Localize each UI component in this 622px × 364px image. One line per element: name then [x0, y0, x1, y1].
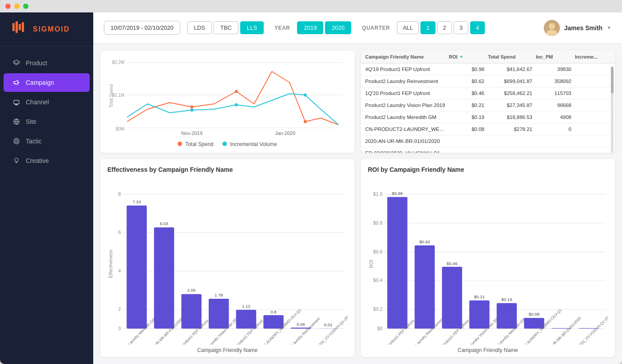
target-icon	[12, 137, 20, 145]
spend-chart-legend: Total Spend Incremental Volume	[107, 138, 348, 147]
svg-text:$0M: $0M	[116, 127, 124, 131]
campaign-table-card: Campaign Friendly Name ROI ▼ Total Spend…	[361, 51, 615, 153]
svg-rect-5	[14, 100, 19, 104]
quarter-all[interactable]: ALL	[397, 21, 419, 34]
td-inc-pm: 4908	[536, 115, 571, 120]
sidebar-item-product[interactable]: Product	[4, 54, 90, 72]
effectiveness-chart-area: 8 6 4 2 0 Effectiveness	[107, 178, 348, 344]
effectiveness-svg: 8 6 4 2 0 Effectiveness	[107, 178, 348, 344]
bar-3	[181, 294, 201, 329]
td-spend: $27,345.87	[488, 103, 532, 108]
svg-text:$0.6: $0.6	[373, 249, 382, 254]
svg-text:0.01: 0.01	[324, 322, 333, 327]
table-row[interactable]: ED-03/020/2020_VV-VGNYH-Q1-2020	[361, 147, 615, 153]
lightbulb-icon	[12, 157, 20, 165]
td-name: Product2 Laundry Reinvestment	[365, 79, 446, 84]
svg-text:6: 6	[118, 229, 121, 235]
svg-text:$0.8: $0.8	[373, 220, 382, 226]
sidebar-logo: SIGMOID	[0, 12, 93, 47]
td-inc-pm: 358092	[536, 79, 571, 84]
sidebar-item-creative[interactable]: Creative	[4, 151, 90, 170]
svg-text:$0.62: $0.62	[419, 239, 430, 244]
roi-chart-title: ROI by Campaign Friendly Name	[368, 166, 608, 173]
roi-bar-2	[414, 245, 434, 329]
quarter-3[interactable]: 3	[454, 21, 468, 34]
table-row[interactable]: 1Q'20 Product1 FEP Upfront $0.46 $258,46…	[361, 87, 615, 99]
spend-chart-card: $0.2M $0.1M $0M Total Spend	[100, 51, 355, 153]
quarter-2[interactable]: 2	[437, 21, 452, 34]
maximize-button[interactable]	[23, 4, 28, 9]
quarter-1[interactable]: 1	[420, 21, 435, 34]
td-spend: $699,041.87	[488, 79, 532, 84]
svg-text:$0.46: $0.46	[447, 261, 457, 266]
sidebar-item-site[interactable]: Site	[4, 112, 90, 131]
filter-lls[interactable]: LLS	[240, 21, 264, 34]
table-row[interactable]: Product2 Laundry Meredith GM $0.19 $18,8…	[361, 111, 615, 123]
sidebar: SIGMOID Product	[0, 12, 93, 364]
legend-total-spend: Total Spend	[178, 141, 214, 147]
sidebar-item-product-label: Product	[26, 59, 47, 67]
close-button[interactable]	[5, 4, 11, 9]
table-row[interactable]: 2020-AN-UR-MK-BR-01/01/2020	[361, 135, 615, 147]
table-row[interactable]: Product2 Laundry Vision Plan 2019 $0.21 …	[361, 99, 615, 111]
svg-text:Jan-2020: Jan-2020	[275, 131, 295, 136]
svg-text:$0.2M: $0.2M	[112, 60, 124, 65]
svg-point-9	[16, 141, 17, 142]
td-name: 2020-AN-UR-MK-BR-01/01/2020	[365, 138, 446, 144]
td-name: CN-PRODUCT2-LAUNDRY_WEBMD-OLV-Q1	[365, 127, 446, 132]
scrollbar-thumb[interactable]	[611, 67, 614, 93]
table-row[interactable]: CN-PRODUCT2-LAUNDRY_WEBMD-OLV-Q1 $0.08 $…	[361, 123, 615, 135]
th-name: Campaign Friendly Name	[365, 54, 446, 59]
date-range-filter[interactable]: 10/07/2019 - 02/10/2020	[104, 21, 180, 35]
svg-rect-0	[12, 23, 15, 31]
th-roi[interactable]: ROI ▼	[449, 54, 484, 59]
svg-text:4: 4	[118, 268, 121, 273]
svg-text:Effectiveness: Effectiveness	[108, 249, 113, 278]
app-window: SIGMOID Product	[0, 0, 622, 364]
table-header: Campaign Friendly Name ROI ▼ Total Spend…	[361, 51, 615, 63]
td-spend: $258,462.21	[488, 91, 532, 96]
svg-point-11	[549, 23, 555, 29]
quarter-4[interactable]: 4	[470, 21, 485, 34]
filter-tbc[interactable]: TBC	[214, 21, 238, 34]
svg-text:0.06: 0.06	[297, 322, 305, 327]
td-name: Product2 Laundry Meredith GM	[365, 115, 446, 120]
svg-text:$0.08: $0.08	[528, 312, 539, 317]
svg-text:1.78: 1.78	[214, 293, 223, 297]
table-row[interactable]: 4Q'19 Product1 FEP Upfront $0.98 $41,642…	[361, 63, 615, 75]
sidebar-item-channel[interactable]: Channel	[4, 93, 90, 111]
svg-text:8: 8	[118, 191, 121, 197]
sidebar-item-channel-label: Channel	[26, 99, 49, 106]
legend-dot-spend	[178, 142, 182, 146]
svg-text:$0: $0	[377, 326, 382, 331]
scrollbar-track[interactable]	[611, 67, 614, 153]
minimize-button[interactable]	[14, 4, 20, 9]
svg-point-4	[18, 82, 20, 83]
roi-sort-arrow: ▼	[460, 55, 464, 59]
sidebar-item-tactic[interactable]: Tactic	[4, 132, 90, 150]
td-name: 4Q'19 Product1 FEP Upfront	[365, 67, 446, 72]
sidebar-item-tactic-label: Tactic	[26, 138, 42, 145]
source-filter-group: LDS TBC LLS	[187, 21, 264, 34]
megaphone-icon	[12, 79, 20, 87]
roi-x-label: Campaign Friendly Name	[368, 347, 608, 353]
filter-lds[interactable]: LDS	[187, 21, 212, 34]
svg-text:$0.4: $0.4	[373, 277, 382, 283]
logo-icon	[9, 20, 28, 39]
logo-text: SIGMOID	[33, 25, 70, 33]
app-body: SIGMOID Product	[0, 12, 622, 364]
svg-text:$0.19: $0.19	[501, 297, 512, 302]
td-name: 1Q'20 Product1 FEP Upfront	[365, 91, 446, 96]
user-profile[interactable]: James Smith ▼	[544, 20, 611, 36]
table-row[interactable]: Product2 Laundry Reinvestment $0.62 $699…	[361, 75, 615, 87]
svg-text:$1.0: $1.0	[373, 191, 382, 197]
sidebar-item-campaign-label: Campaign	[26, 79, 54, 86]
svg-text:2020-AN-UR-MK-BR-01/01/2020: 2020-AN-UR-MK-BR-01/01/2020	[539, 316, 582, 344]
topbar: 10/07/2019 - 02/10/2020 LDS TBC LLS YEAR…	[93, 12, 622, 44]
td-spend: $18,886.53	[488, 115, 532, 120]
year-2019[interactable]: 2019	[297, 21, 323, 34]
svg-point-22	[304, 120, 307, 123]
year-2020[interactable]: 2020	[325, 21, 351, 34]
sidebar-item-campaign[interactable]: Campaign	[4, 73, 90, 92]
svg-point-21	[235, 90, 238, 93]
